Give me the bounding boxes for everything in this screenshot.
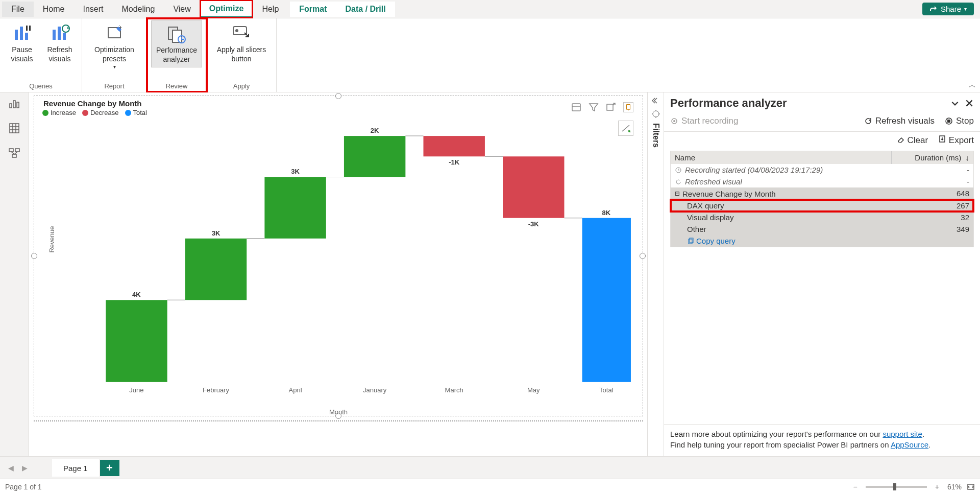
report-canvas[interactable]: Revenue Change by Month Increase Decreas… <box>29 92 647 456</box>
svg-rect-40 <box>264 177 326 238</box>
refresh-visuals-button[interactable]: Refresh visuals <box>42 20 78 66</box>
pause-visuals-button[interactable]: Pause visuals <box>4 20 40 66</box>
performance-analyzer-pane: Performance analyzer Start recording Ref… <box>664 92 980 456</box>
ribbon-collapse-button[interactable]: ︿ <box>969 81 976 90</box>
svg-rect-37 <box>185 239 247 300</box>
status-bar: Page 1 of 1 − + 61% <box>0 479 980 494</box>
canvas-page-divider <box>34 420 643 421</box>
clock-icon <box>675 167 682 174</box>
data-view-icon[interactable] <box>8 122 20 134</box>
ribbon-group-queries: Pause visuals Refresh visuals Queries <box>0 18 82 92</box>
svg-rect-6 <box>58 27 61 40</box>
svg-rect-31 <box>627 104 630 109</box>
svg-rect-23 <box>9 149 13 152</box>
apply-slicers-icon <box>231 23 252 44</box>
svg-rect-24 <box>15 149 19 152</box>
refresh-visuals-action[interactable]: Refresh visuals <box>864 116 935 126</box>
chart-y-axis-label: Revenue <box>48 226 56 252</box>
svg-point-14 <box>235 29 238 32</box>
pin-icon[interactable] <box>623 102 633 112</box>
clear-button[interactable]: Clear <box>897 135 928 146</box>
record-icon <box>670 117 678 125</box>
ribbon-group-report: Optimization presets▾ Report <box>82 18 147 92</box>
svg-text:-3K: -3K <box>528 220 540 228</box>
row-dax-query[interactable]: DAX query 267 <box>671 200 973 211</box>
waterfall-chart[interactable]: 4K 3K 3K 2K -1K -3K <box>70 121 633 397</box>
page-next-button[interactable]: ▶ <box>18 462 32 474</box>
svg-rect-1 <box>20 27 23 40</box>
menu-home[interactable]: Home <box>34 2 74 17</box>
close-pane-icon[interactable] <box>965 99 974 108</box>
row-copy-query[interactable]: Copy query <box>671 235 973 247</box>
svg-rect-49 <box>503 156 564 218</box>
visual-selection-frame[interactable]: Revenue Change by Month Increase Decreas… <box>34 96 643 416</box>
zoom-in-button[interactable]: + <box>932 483 942 491</box>
add-page-button[interactable]: + <box>100 460 119 476</box>
drill-up-icon[interactable] <box>571 102 581 112</box>
ribbon-group-label-report: Report <box>104 81 124 92</box>
chevron-down-icon[interactable] <box>950 99 960 108</box>
perf-results-grid: Name Duration (ms) ↓ Recording started (… <box>670 151 974 247</box>
menu-bar: File Home Insert Modeling View Optimize … <box>0 0 980 18</box>
menu-modeling[interactable]: Modeling <box>112 2 164 17</box>
svg-rect-17 <box>17 102 19 108</box>
menu-format[interactable]: Format <box>290 2 336 17</box>
zoom-level-label[interactable]: 61% <box>942 483 967 491</box>
row-refreshed-visual: Refreshed visual - <box>671 176 973 187</box>
focus-icon[interactable] <box>606 102 616 112</box>
row-other[interactable]: Other 349 <box>671 223 973 235</box>
svg-text:2K: 2K <box>371 127 379 134</box>
optimization-presets-icon <box>104 23 125 44</box>
menu-optimize[interactable]: Optimize <box>200 0 253 18</box>
menu-view[interactable]: View <box>164 2 200 17</box>
col-duration-header[interactable]: Duration (ms) ↓ <box>892 151 973 164</box>
svg-rect-34 <box>106 300 167 382</box>
svg-text:3K: 3K <box>291 168 300 175</box>
report-view-icon[interactable] <box>8 98 20 110</box>
svg-text:March: March <box>445 386 463 394</box>
optimization-presets-button[interactable]: Optimization presets▾ <box>86 20 142 73</box>
svg-text:-1K: -1K <box>449 158 460 166</box>
expand-filters-icon[interactable] <box>652 97 660 105</box>
filter-icon[interactable] <box>589 102 599 112</box>
svg-rect-15 <box>10 104 12 108</box>
svg-rect-46 <box>423 136 484 156</box>
copy-icon <box>687 238 694 245</box>
row-visual-display[interactable]: Visual display 32 <box>671 211 973 223</box>
fit-to-page-icon[interactable] <box>967 483 975 491</box>
filters-pane-collapsed[interactable]: Filters <box>647 92 664 456</box>
share-button[interactable]: Share ▾ <box>922 3 974 15</box>
menu-file[interactable]: File <box>2 2 34 17</box>
svg-rect-69 <box>690 238 693 243</box>
menu-help[interactable]: Help <box>253 2 288 17</box>
svg-rect-30 <box>607 104 613 110</box>
page-prev-button[interactable]: ◀ <box>4 462 18 474</box>
col-name-header[interactable]: Name <box>671 151 892 164</box>
ribbon-group-apply: Apply all slicers button Apply <box>207 18 277 92</box>
svg-rect-5 <box>53 30 56 40</box>
ribbon-group-label-queries: Queries <box>29 81 53 92</box>
visual-header-toolbar <box>571 102 633 112</box>
svg-point-61 <box>653 111 659 117</box>
zoom-slider[interactable] <box>866 486 927 488</box>
zoom-out-button[interactable]: − <box>850 483 861 491</box>
model-view-icon[interactable] <box>8 147 20 159</box>
menu-data-drill[interactable]: Data / Drill <box>336 2 395 17</box>
export-button[interactable]: Export <box>938 135 974 146</box>
support-site-link[interactable]: support site <box>883 430 922 438</box>
stop-recording-button[interactable]: Stop <box>945 116 974 126</box>
page-position-label: Page 1 of 1 <box>5 483 42 491</box>
svg-text:April: April <box>289 386 302 394</box>
svg-text:January: January <box>363 386 387 394</box>
performance-analyzer-button[interactable]: Performance analyzer <box>151 20 202 67</box>
apply-slicers-button[interactable]: Apply all slicers button <box>211 20 272 66</box>
stop-icon <box>945 117 953 125</box>
svg-text:Total: Total <box>599 386 614 394</box>
page-tab-1[interactable]: Page 1 <box>52 459 99 477</box>
start-recording-button[interactable]: Start recording <box>670 116 739 126</box>
svg-point-63 <box>673 120 675 122</box>
row-visual-name[interactable]: ⊟Revenue Change by Month 648 <box>671 187 973 200</box>
appsource-link[interactable]: AppSource <box>891 440 928 449</box>
svg-rect-0 <box>15 30 18 40</box>
menu-insert[interactable]: Insert <box>74 2 112 17</box>
